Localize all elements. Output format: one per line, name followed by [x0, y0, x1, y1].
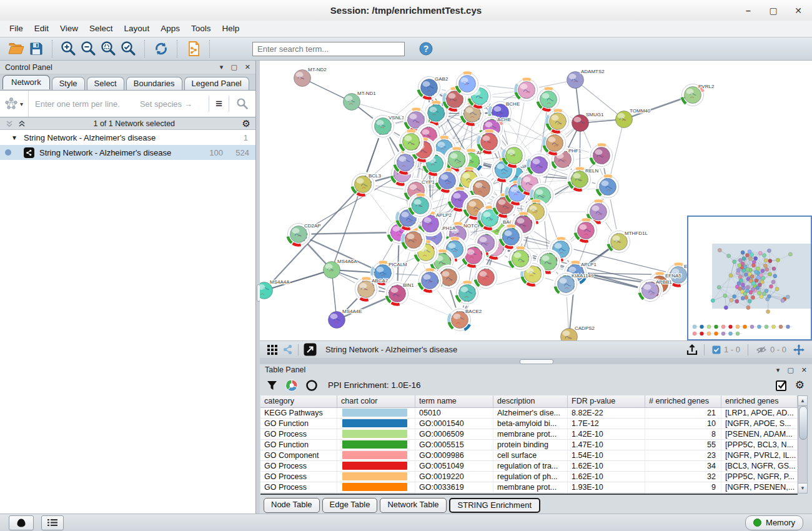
- zoom-in-button[interactable]: [59, 39, 79, 58]
- open-file-button[interactable]: [6, 39, 26, 58]
- table-row[interactable]: GO ProcessGO:0051049regulation of tra...…: [260, 461, 798, 472]
- zoom-fit-button[interactable]: [99, 39, 119, 58]
- menu-item-apps[interactable]: Apps: [155, 21, 186, 37]
- query-options-menu-icon[interactable]: ≡: [215, 98, 222, 109]
- menu-item-edit[interactable]: Edit: [29, 21, 54, 37]
- tab-style[interactable]: Style: [52, 77, 85, 90]
- table-row[interactable]: GO ComponentGO:0009986cell surface1.54E-…: [260, 450, 798, 461]
- birds-eye-view[interactable]: [687, 216, 812, 340]
- zoom-selected-button[interactable]: [119, 39, 139, 58]
- task-history-button[interactable]: [41, 515, 64, 530]
- collapse-all-icon[interactable]: [5, 119, 14, 128]
- open-in-window-button[interactable]: [302, 340, 318, 359]
- table-row[interactable]: GO FunctionGO:0001540beta-amyloid bi...1…: [260, 419, 798, 429]
- zoom-out-button[interactable]: [79, 39, 99, 58]
- tab-network[interactable]: Network: [2, 75, 50, 89]
- selected-nodes-badge[interactable]: 1 - 0: [712, 345, 740, 354]
- splitter-handle[interactable]: [520, 359, 553, 364]
- network-view[interactable]: MT-ND2MT-ND1VSNL1GAB2IRS1ADAMTS2SMUG1TOM…: [260, 61, 812, 340]
- network-node[interactable]: [600, 179, 616, 196]
- network-collection-row[interactable]: ▼ String Network - Alzheimer's disease 1: [0, 130, 255, 145]
- filter-button[interactable]: [266, 379, 278, 391]
- network-node[interactable]: [473, 181, 490, 197]
- query-placeholder[interactable]: Enter one term per line.: [35, 99, 120, 109]
- search-input[interactable]: [252, 42, 405, 56]
- menu-item-help[interactable]: Help: [216, 21, 245, 37]
- network-node[interactable]: [518, 82, 535, 99]
- column-header-category[interactable]: category: [260, 395, 337, 407]
- float-panel-icon[interactable]: ▢: [230, 63, 237, 71]
- tab-string-enrichment[interactable]: STRING Enrichment: [449, 498, 540, 513]
- tab-node-table[interactable]: Node Table: [264, 498, 320, 513]
- tree-caret-icon[interactable]: ▼: [11, 134, 19, 141]
- scroll-down-button[interactable]: ▼: [798, 483, 807, 493]
- minimize-button[interactable]: –: [743, 6, 753, 16]
- set-species-link[interactable]: Set species →: [140, 99, 192, 109]
- column-header-description[interactable]: description: [493, 395, 568, 407]
- reset-charts-button[interactable]: [305, 379, 318, 392]
- save-session-button[interactable]: [26, 39, 46, 58]
- table-row[interactable]: GO FunctionGO:0005515protein binding1.47…: [260, 440, 798, 450]
- menu-item-tools[interactable]: Tools: [186, 21, 217, 37]
- refresh-button[interactable]: [151, 39, 171, 58]
- export-network-button[interactable]: [683, 340, 701, 359]
- share-network-button[interactable]: [280, 340, 295, 359]
- birds-eye-canvas[interactable]: [688, 217, 811, 339]
- network-node[interactable]: [512, 251, 529, 267]
- network-node[interactable]: [478, 269, 495, 286]
- enrichment-settings-gear-icon[interactable]: ⚙: [795, 379, 805, 392]
- maximize-button[interactable]: ▢: [768, 6, 778, 16]
- memory-button[interactable]: Memory: [745, 515, 803, 530]
- menu-item-select[interactable]: Select: [84, 21, 119, 37]
- title-bar[interactable]: Session: /tmp/enrichmentTest.cys – ▢ ✕: [0, 0, 812, 21]
- help-button[interactable]: ?: [418, 41, 433, 56]
- menu-item-file[interactable]: File: [4, 21, 29, 37]
- column-header-chart-color[interactable]: chart color: [337, 395, 415, 407]
- network-node[interactable]: [459, 76, 476, 92]
- tab-legend-panel[interactable]: Legend Panel: [184, 77, 249, 90]
- grid-view-button[interactable]: [265, 340, 280, 359]
- network-node[interactable]: [440, 269, 457, 286]
- float-panel-icon[interactable]: ▢: [787, 366, 793, 374]
- tab-edge-table[interactable]: Edge Table: [322, 498, 378, 513]
- network-row[interactable]: String Network - Alzheimer's disease 100…: [0, 145, 255, 160]
- gear-icon[interactable]: ⚙: [242, 118, 250, 129]
- table-row[interactable]: GO ProcessGO:0033619membrane prot...1.93…: [260, 482, 798, 493]
- enrichment-table[interactable]: categorychart colorterm namedescriptionF…: [260, 395, 798, 495]
- menu-item-view[interactable]: View: [54, 21, 84, 37]
- table-row[interactable]: GO ProcessGO:0019220regulation of ph...1…: [260, 472, 798, 482]
- panel-menu-caret-icon[interactable]: ▾: [220, 63, 224, 71]
- column-header-enriched-genes[interactable]: enriched genes: [721, 395, 798, 407]
- select-rows-button[interactable]: [775, 379, 788, 392]
- welcome-screen-button[interactable]: [9, 515, 34, 530]
- tab-boundaries[interactable]: Boundaries: [126, 77, 182, 90]
- hidden-items-badge[interactable]: 0 - 0: [756, 345, 786, 354]
- horizontal-splitter[interactable]: [260, 358, 812, 364]
- network-node[interactable]: [503, 229, 520, 246]
- expand-all-icon[interactable]: [17, 119, 26, 128]
- table-row[interactable]: GO ProcessGO:0006509membrane prot...1.42…: [260, 429, 798, 440]
- network-node[interactable]: [578, 222, 595, 239]
- network-node[interactable]: [465, 247, 482, 264]
- query-search-button[interactable]: [235, 97, 249, 111]
- draw-charts-button[interactable]: [285, 379, 298, 392]
- table-row[interactable]: GO ProcessGO:0050435beta-amyloid m...2.0…: [260, 493, 798, 495]
- close-panel-icon[interactable]: ✕: [801, 366, 807, 374]
- column-header-term-name[interactable]: term name: [415, 395, 493, 407]
- column-header-FDR-p-value[interactable]: FDR p-value: [568, 395, 645, 407]
- tab-network-table[interactable]: Network Table: [380, 498, 446, 513]
- panel-menu-caret-icon[interactable]: ▾: [776, 366, 780, 374]
- network-node[interactable]: [403, 134, 420, 151]
- string-protein-query-selector[interactable]: ▾: [0, 91, 29, 117]
- scrollbar-thumb[interactable]: [799, 406, 808, 440]
- close-button[interactable]: ✕: [793, 6, 803, 16]
- table-row[interactable]: KEGG Pathways05010Alzheimer's dise...8.8…: [260, 408, 798, 419]
- close-panel-icon[interactable]: ✕: [245, 63, 250, 71]
- network-from-file-button[interactable]: [184, 39, 204, 58]
- column-header--enriched-genes[interactable]: # enriched genes: [645, 395, 721, 407]
- scroll-up-button[interactable]: ▲: [798, 396, 807, 406]
- network-node[interactable]: [540, 91, 557, 108]
- menu-item-layout[interactable]: Layout: [119, 21, 156, 37]
- table-vertical-scrollbar[interactable]: ▲ ▼: [798, 395, 808, 494]
- tab-select[interactable]: Select: [87, 77, 124, 90]
